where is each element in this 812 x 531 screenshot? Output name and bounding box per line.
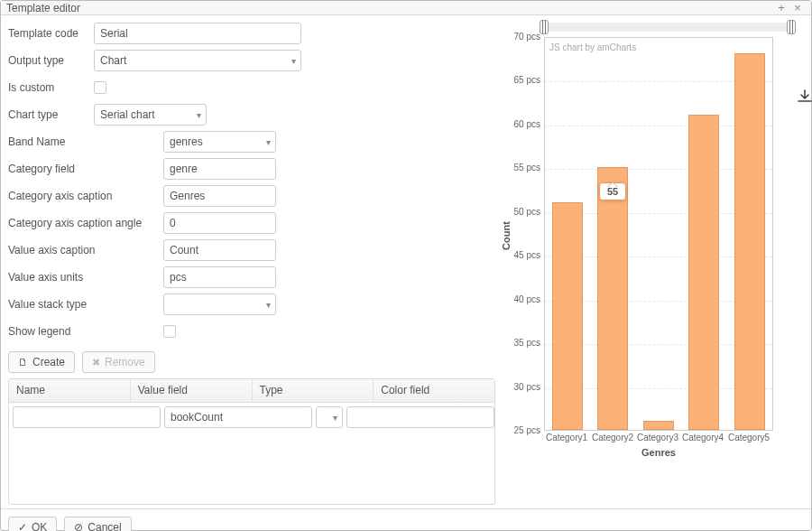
remove-button-label: Remove [105, 356, 145, 368]
bar-category2[interactable] [597, 167, 628, 430]
chart-scrollbar[interactable] [544, 23, 791, 32]
cancel-icon: ⊘ [74, 521, 83, 531]
category-axis-angle-label: Category axis caption angle [8, 217, 163, 229]
is-custom-label: Is custom [8, 81, 94, 94]
chart-plot: 55 [544, 37, 773, 431]
chart-type-label: Chart type [8, 108, 94, 121]
show-legend-label: Show legend [8, 325, 163, 338]
create-button-label: Create [32, 356, 65, 368]
show-legend-checkbox[interactable] [163, 325, 176, 338]
bar-category5[interactable] [734, 53, 765, 430]
xtick: Category3 [635, 433, 680, 442]
ytick: 25 pcs [506, 425, 540, 435]
template-code-input[interactable] [94, 23, 301, 44]
ytick: 70 pcs [506, 32, 540, 42]
category-axis-caption-input[interactable] [163, 185, 276, 207]
col-name: Name [9, 379, 131, 402]
row-value-field-input[interactable] [164, 406, 312, 428]
ytick: 50 pcs [506, 207, 540, 217]
xtick: Category4 [680, 433, 725, 442]
band-name-label: Band Name [8, 135, 163, 148]
document-icon: 🗋 [18, 357, 28, 368]
check-icon: ✓ [18, 521, 27, 531]
row-name-input[interactable] [13, 406, 161, 428]
cancel-button-label: Cancel [88, 521, 121, 531]
bar-category1[interactable] [552, 202, 583, 430]
content: Template code Output type ▾ Is custom Ch… [1, 15, 811, 508]
xtick: Category1 [544, 433, 589, 442]
value-axis-caption-label: Value axis caption [8, 244, 163, 256]
ok-button-label: OK [32, 521, 47, 531]
titlebar: Template editor + × [1, 1, 811, 15]
series-grid: Name Value field Type Color field ▾ [8, 378, 495, 505]
add-icon[interactable]: + [773, 1, 789, 14]
chart-tooltip-value: 55 [607, 186, 618, 197]
category-field-input[interactable] [163, 158, 276, 180]
ytick: 45 pcs [506, 250, 540, 260]
value-axis-units-label: Value axis units [8, 271, 163, 284]
is-custom-checkbox[interactable] [94, 81, 106, 94]
download-icon[interactable] [797, 89, 812, 104]
output-type-select[interactable] [94, 50, 301, 71]
remove-icon: ✖ [92, 357, 100, 368]
ok-button[interactable]: ✓ OK [8, 517, 57, 531]
ytick: 55 pcs [506, 163, 540, 172]
table-row: ▾ [13, 406, 491, 428]
remove-button[interactable]: ✖ Remove [82, 351, 155, 373]
chart-area: JS chart by amCharts 70 pcs 65 pcs 60 pc… [506, 23, 795, 492]
chart-x-axis-label: Genres [544, 447, 773, 458]
chart-type-select[interactable] [94, 104, 207, 126]
close-icon[interactable]: × [789, 1, 806, 14]
bar-category3[interactable] [643, 421, 674, 430]
xtick: Category2 [590, 433, 635, 442]
template-code-label: Template code [8, 27, 94, 40]
footer: ✓ OK ⊘ Cancel [1, 508, 811, 531]
scrollbar-grip-left-icon[interactable] [540, 20, 549, 34]
ytick: 35 pcs [506, 338, 540, 348]
series-grid-body: ▾ [9, 403, 494, 504]
value-stack-type-select[interactable] [163, 293, 276, 315]
value-stack-type-label: Value stack type [8, 298, 163, 311]
ytick: 65 pcs [506, 75, 540, 85]
cancel-button[interactable]: ⊘ Cancel [64, 517, 131, 531]
row-type-select[interactable] [316, 406, 343, 428]
chart-y-axis-label: Count [501, 221, 512, 250]
value-axis-units-input[interactable] [163, 266, 276, 288]
category-axis-angle-input[interactable] [163, 212, 276, 234]
xtick: Category5 [726, 433, 771, 442]
series-grid-header: Name Value field Type Color field [9, 379, 494, 403]
col-type: Type [253, 379, 374, 402]
ytick: 30 pcs [506, 382, 540, 392]
row-color-field-input[interactable] [346, 406, 494, 428]
chart-tooltip: 55 [599, 182, 626, 200]
scrollbar-grip-right-icon[interactable] [787, 20, 796, 34]
value-axis-caption-input[interactable] [163, 239, 276, 261]
band-name-select[interactable] [163, 131, 276, 153]
bar-category4[interactable] [688, 115, 719, 430]
chart-panel: JS chart by amCharts 70 pcs 65 pcs 60 pc… [506, 23, 804, 505]
col-color-field: Color field [374, 379, 494, 402]
template-editor-window: Template editor + × Template code Output… [0, 0, 812, 531]
output-type-label: Output type [8, 54, 94, 67]
ytick: 40 pcs [506, 294, 540, 304]
ytick: 60 pcs [506, 119, 540, 129]
col-value-field: Value field [131, 379, 253, 402]
form-panel: Template code Output type ▾ Is custom Ch… [8, 23, 495, 505]
category-field-label: Category field [8, 163, 163, 175]
category-axis-caption-label: Category axis caption [8, 190, 163, 202]
window-title: Template editor [6, 2, 773, 14]
create-button[interactable]: 🗋 Create [8, 351, 75, 373]
